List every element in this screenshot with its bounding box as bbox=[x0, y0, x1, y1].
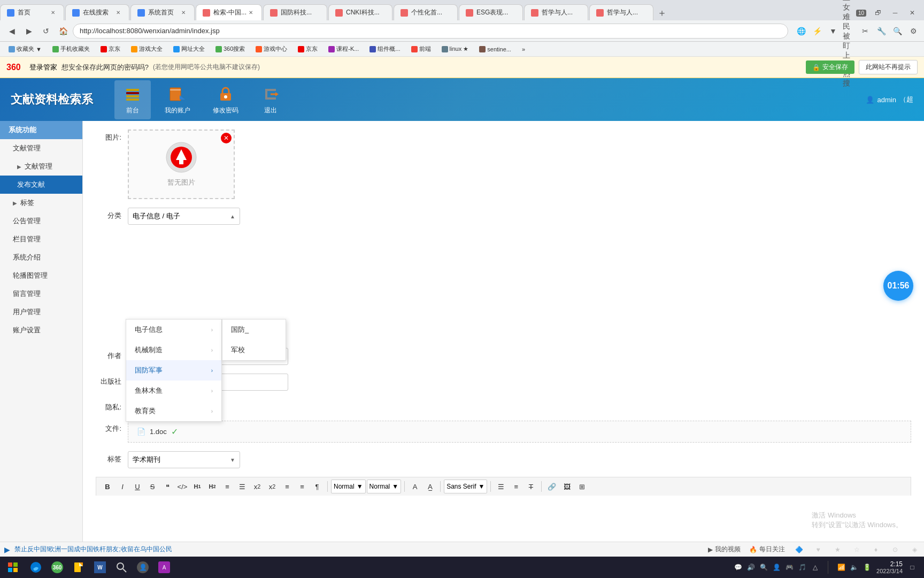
sys-icon-6[interactable]: ⊙ bbox=[890, 544, 900, 555]
bookmark-course[interactable]: 课程-K... bbox=[324, 44, 363, 54]
tab-3[interactable]: 系统首页 ✕ bbox=[130, 4, 195, 20]
tab-close-1[interactable]: ✕ bbox=[49, 9, 57, 17]
nav-item-logout[interactable]: 退出 bbox=[252, 80, 289, 119]
submenu-item-defense-sub[interactable]: 国防_ bbox=[222, 320, 286, 340]
align-right-button[interactable]: ≡ bbox=[295, 480, 309, 493]
taskbar-360-icon[interactable]: 360 bbox=[47, 557, 67, 577]
sys-icon-3[interactable]: ★ bbox=[832, 544, 843, 555]
sys-icon-5[interactable]: ♦ bbox=[871, 544, 881, 555]
format-select-1[interactable]: Normal ▼ bbox=[331, 480, 366, 493]
taskbar-person-icon[interactable]: 👤 bbox=[133, 557, 153, 577]
tab-7[interactable]: 个性化首... bbox=[394, 4, 458, 20]
home-button[interactable]: 🏠 bbox=[56, 24, 71, 39]
restore-window-btn[interactable]: 🗗 bbox=[871, 5, 886, 20]
taskbar-clock[interactable]: 2:15 2022/3/14 bbox=[876, 560, 903, 574]
tab-4[interactable]: 检索-中国... ✕ bbox=[196, 4, 262, 20]
bookmark-collections[interactable]: 收藏夹▼ bbox=[4, 44, 46, 54]
tool2-icon[interactable]: 🔍 bbox=[891, 25, 904, 37]
dropdown-item-defense[interactable]: 国防军事 › bbox=[126, 360, 221, 381]
indent-button[interactable]: ¶ bbox=[310, 480, 324, 493]
taskbar-game-icon[interactable]: 🎮 bbox=[784, 562, 795, 573]
bookmark-more[interactable]: » bbox=[518, 45, 529, 54]
news-ticker-text[interactable]: 禁止反中国!欧洲一国成中国铁杆朋友;收留在乌中国公民 bbox=[14, 545, 172, 554]
category-select[interactable]: 电子信息 / 电子 ▲ bbox=[128, 208, 240, 225]
superscript-button[interactable]: x2 bbox=[265, 480, 279, 493]
taskbar-app7-icon[interactable]: A bbox=[154, 557, 174, 577]
sidebar-item-tags[interactable]: ▶ 标签 bbox=[0, 194, 82, 212]
blockquote-button[interactable]: ❝ bbox=[160, 480, 174, 493]
taskbar-wechat-icon[interactable]: 💬 bbox=[733, 562, 743, 573]
tab-5[interactable]: 国防科技... bbox=[263, 4, 327, 20]
scissors-icon[interactable]: ✂ bbox=[859, 25, 872, 37]
nav-item-account[interactable]: 我的账户 bbox=[156, 80, 199, 119]
bookmark-jd1[interactable]: 京东 bbox=[96, 44, 125, 54]
taskbar-search-icon[interactable] bbox=[111, 557, 132, 577]
h2-button[interactable]: H2 bbox=[205, 480, 219, 493]
bookmark-jd2[interactable]: 京东 bbox=[294, 44, 322, 54]
taskbar-search2-icon[interactable]: 🔍 bbox=[758, 562, 769, 573]
tab-1[interactable]: 首页 ✕ bbox=[0, 4, 64, 20]
nav-item-password[interactable]: 修改密码 bbox=[204, 80, 247, 119]
network-icon[interactable]: 📶 bbox=[836, 562, 846, 573]
code-button[interactable]: </> bbox=[175, 480, 189, 493]
taskbar-user-icon[interactable]: 👤 bbox=[771, 562, 782, 573]
align-center-button[interactable]: ≡ bbox=[509, 480, 523, 493]
sys-icon-1[interactable]: 🔷 bbox=[794, 544, 804, 555]
taskbar-up-arrow-icon[interactable]: △ bbox=[810, 562, 820, 573]
tab-2[interactable]: 在线搜索 ✕ bbox=[65, 4, 129, 20]
taskbar-edge-icon[interactable] bbox=[26, 557, 46, 577]
tab-6[interactable]: CNKI科技... bbox=[328, 4, 392, 20]
delete-image-button[interactable]: ✕ bbox=[221, 133, 232, 143]
lightning-icon[interactable]: ⚡ bbox=[811, 25, 823, 37]
sidebar-item-wenxian-mgmt[interactable]: ▶ 文献管理 bbox=[0, 157, 82, 176]
unordered-list-button[interactable]: ☰ bbox=[235, 480, 249, 493]
settings-icon[interactable]: ⚙ bbox=[907, 25, 920, 37]
text-color-button[interactable]: A bbox=[408, 480, 422, 493]
tab-8[interactable]: ESG表现... bbox=[459, 4, 523, 20]
tab-close-2[interactable]: ✕ bbox=[114, 9, 122, 17]
italic-button[interactable]: I bbox=[116, 480, 129, 493]
bookmark-linux[interactable]: linux ★ bbox=[437, 44, 473, 54]
bookmark-games2[interactable]: 游戏中心 bbox=[251, 44, 291, 54]
tag-select[interactable]: 学术期刊 ▼ bbox=[128, 451, 240, 468]
submenu-item-military-school[interactable]: 军校 bbox=[222, 340, 286, 360]
back-button[interactable]: ◀ bbox=[4, 24, 19, 39]
format-select-2[interactable]: Normal ▼ bbox=[367, 480, 402, 493]
sys-icon-2[interactable]: ♥ bbox=[813, 544, 823, 555]
underline-button[interactable]: U bbox=[130, 480, 144, 493]
battery-icon[interactable]: 🔋 bbox=[861, 562, 872, 573]
h1-button[interactable]: H1 bbox=[190, 480, 204, 493]
sidebar-item-intro[interactable]: 系统介绍 bbox=[0, 248, 82, 267]
volume-icon[interactable]: 🔈 bbox=[849, 562, 859, 573]
translate-icon[interactable]: 🌐 bbox=[795, 25, 807, 37]
sidebar-item-account-settings[interactable]: 账户设置 bbox=[0, 321, 82, 339]
file-upload-area[interactable]: 📄 1.doc ✓ bbox=[128, 421, 911, 443]
dropdown-item-forest[interactable]: 鱼林木鱼 › bbox=[126, 381, 221, 401]
nav-item-home[interactable]: 前台 bbox=[114, 80, 151, 119]
dropdown-item-electronics[interactable]: 电子信息 › bbox=[126, 320, 221, 340]
sidebar-item-wenxian-mgmt-top[interactable]: 文献管理 bbox=[0, 139, 82, 157]
pw-save-button[interactable]: 🔒 安全保存 bbox=[806, 60, 854, 74]
start-button[interactable] bbox=[2, 557, 24, 578]
font-select[interactable]: Sans Serif ▼ bbox=[444, 480, 487, 493]
taskbar-music-icon[interactable]: 🎵 bbox=[797, 562, 807, 573]
taskbar-file-icon[interactable] bbox=[68, 557, 89, 577]
bold-button[interactable]: B bbox=[101, 480, 114, 493]
reload-button[interactable]: ↺ bbox=[38, 24, 53, 39]
taskbar-sound-icon[interactable]: 🔊 bbox=[745, 562, 756, 573]
align-justify-button[interactable]: ☰ bbox=[494, 480, 508, 493]
sys-icon-7[interactable]: ◈ bbox=[909, 544, 920, 555]
tab-close-4[interactable]: ✕ bbox=[247, 9, 255, 17]
strikethrough-button[interactable]: S bbox=[145, 480, 159, 493]
tab-10[interactable]: 哲学与人... bbox=[589, 4, 653, 20]
address-bar[interactable]: http://localhost:8080/wenxian/admin/inde… bbox=[73, 24, 788, 39]
sidebar-item-columns[interactable]: 栏目管理 bbox=[0, 230, 82, 248]
table-button[interactable]: ⊞ bbox=[575, 480, 589, 493]
my-videos-link[interactable]: ▶ 我的视频 bbox=[708, 545, 741, 554]
search-news-icon[interactable]: 乌克兰女难民被盯上 🔥热搜 bbox=[843, 25, 856, 37]
sidebar-item-users[interactable]: 用户管理 bbox=[0, 303, 82, 321]
bookmark-mobile[interactable]: 手机收藏夹 bbox=[48, 44, 94, 54]
bookmark-wangzhan[interactable]: 网址大全 bbox=[169, 44, 209, 54]
dropdown-item-education[interactable]: 教育类 › bbox=[126, 401, 221, 421]
bookmark-360[interactable]: 360搜索 bbox=[211, 44, 249, 54]
